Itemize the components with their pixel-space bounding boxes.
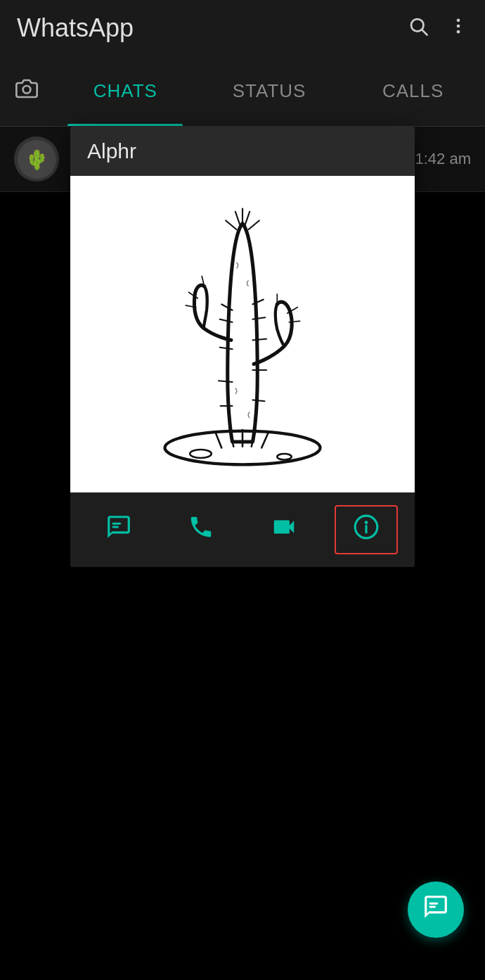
svg-point-3 (457, 24, 460, 27)
svg-point-5 (23, 86, 31, 94)
svg-rect-37 (112, 523, 121, 525)
popup-contact-name: Alphr (87, 139, 136, 163)
svg-point-9 (190, 450, 212, 458)
svg-point-10 (277, 454, 291, 460)
svg-line-30 (249, 221, 259, 230)
more-options-icon[interactable] (448, 16, 468, 41)
message-button[interactable] (87, 505, 150, 554)
svg-point-4 (457, 30, 460, 33)
svg-rect-42 (429, 903, 439, 905)
svg-point-2 (457, 18, 460, 22)
search-icon[interactable] (408, 15, 429, 42)
popup-header: Alphr (70, 127, 415, 176)
camera-icon[interactable] (0, 77, 53, 105)
svg-line-25 (252, 400, 264, 402)
popup-actions (70, 492, 415, 567)
svg-line-23 (252, 339, 266, 341)
svg-line-11 (216, 433, 222, 447)
tab-calls[interactable]: CALLS (341, 56, 485, 126)
svg-line-17 (220, 319, 233, 322)
tabs-bar: CHATS STATUS CALLS (0, 56, 485, 127)
top-bar: WhatsApp (0, 0, 485, 56)
video-icon (269, 514, 299, 546)
new-chat-fab[interactable] (408, 882, 464, 938)
phone-icon (188, 514, 214, 546)
svg-line-1 (422, 30, 427, 34)
svg-line-15 (261, 433, 268, 447)
top-icons (408, 15, 468, 42)
svg-rect-43 (429, 905, 436, 908)
svg-line-26 (235, 212, 240, 226)
svg-line-28 (245, 212, 250, 226)
svg-text:🌵: 🌵 (25, 148, 48, 171)
svg-line-22 (252, 317, 265, 319)
svg-line-18 (220, 348, 233, 350)
popup-image (70, 176, 415, 492)
info-icon (353, 514, 380, 546)
info-button[interactable] (335, 505, 398, 554)
avatar: 🌵 (14, 136, 59, 182)
svg-line-19 (219, 381, 233, 382)
video-call-button[interactable] (252, 505, 316, 554)
voice-call-button[interactable] (169, 505, 233, 554)
tab-status[interactable]: STATUS (198, 56, 342, 126)
svg-line-29 (226, 221, 236, 230)
chat-time: 1:42 am (415, 150, 472, 168)
fab-message-icon (422, 893, 449, 926)
contact-popup: Alphr (70, 127, 415, 567)
message-icon (105, 514, 132, 546)
svg-rect-38 (112, 526, 119, 528)
app-title: WhatsApp (17, 13, 134, 43)
tab-chats[interactable]: CHATS (53, 56, 198, 126)
